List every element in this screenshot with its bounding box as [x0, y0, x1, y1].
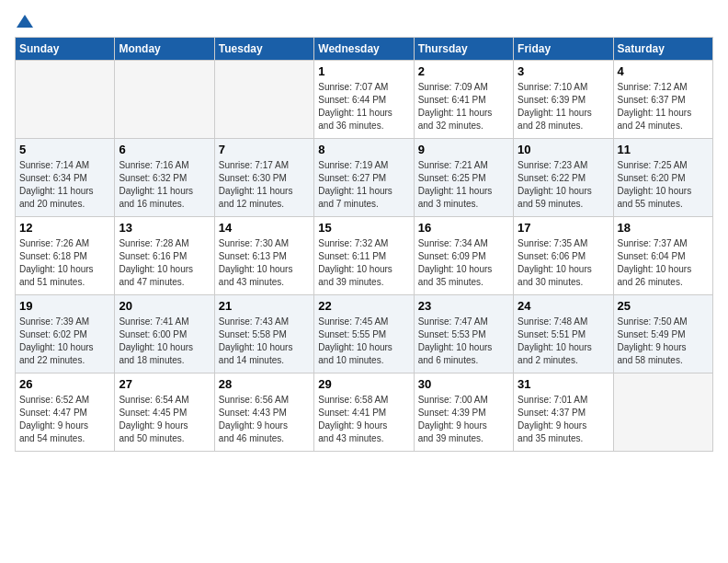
day-number: 20: [119, 299, 210, 313]
day-info: Sunrise: 7:17 AM Sunset: 6:30 PM Dayligh…: [219, 159, 310, 211]
day-number: 9: [418, 143, 509, 156]
column-header-thursday: Thursday: [414, 38, 513, 61]
calendar-cell: 2Sunrise: 7:09 AM Sunset: 6:41 PM Daylig…: [414, 61, 513, 139]
day-info: Sunrise: 7:14 AM Sunset: 6:34 PM Dayligh…: [19, 159, 110, 211]
week-row-5: 26Sunrise: 6:52 AM Sunset: 4:47 PM Dayli…: [16, 373, 713, 452]
day-number: 13: [119, 221, 210, 235]
calendar-cell: 19Sunrise: 7:39 AM Sunset: 6:02 PM Dayli…: [16, 295, 115, 373]
calendar-cell: 23Sunrise: 7:47 AM Sunset: 5:53 PM Dayli…: [414, 295, 513, 373]
calendar-cell: 27Sunrise: 6:54 AM Sunset: 4:45 PM Dayli…: [115, 373, 214, 452]
column-header-monday: Monday: [115, 38, 214, 61]
day-info: Sunrise: 7:39 AM Sunset: 6:02 PM Dayligh…: [19, 316, 110, 367]
day-info: Sunrise: 7:01 AM Sunset: 4:37 PM Dayligh…: [518, 394, 609, 445]
column-header-wednesday: Wednesday: [314, 38, 414, 61]
week-row-2: 5Sunrise: 7:14 AM Sunset: 6:34 PM Daylig…: [16, 139, 713, 217]
day-number: 6: [119, 143, 210, 156]
day-number: 5: [19, 143, 110, 156]
day-number: 25: [618, 299, 709, 313]
day-number: 31: [518, 377, 609, 391]
day-info: Sunrise: 7:21 AM Sunset: 6:25 PM Dayligh…: [418, 159, 509, 211]
calendar-cell: 25Sunrise: 7:50 AM Sunset: 5:49 PM Dayli…: [613, 295, 712, 373]
logo: [15, 15, 33, 29]
day-info: Sunrise: 7:32 AM Sunset: 6:11 PM Dayligh…: [318, 237, 409, 289]
calendar-cell: 4Sunrise: 7:12 AM Sunset: 6:37 PM Daylig…: [613, 61, 712, 139]
day-info: Sunrise: 6:58 AM Sunset: 4:41 PM Dayligh…: [318, 394, 409, 445]
day-number: 19: [19, 299, 110, 313]
calendar-cell: 29Sunrise: 6:58 AM Sunset: 4:41 PM Dayli…: [314, 373, 414, 452]
day-info: Sunrise: 7:34 AM Sunset: 6:09 PM Dayligh…: [418, 237, 509, 289]
calendar-cell: 9Sunrise: 7:21 AM Sunset: 6:25 PM Daylig…: [414, 139, 513, 217]
calendar-cell: 12Sunrise: 7:26 AM Sunset: 6:18 PM Dayli…: [16, 217, 115, 295]
calendar-cell: 6Sunrise: 7:16 AM Sunset: 6:32 PM Daylig…: [115, 139, 214, 217]
day-number: 28: [219, 377, 310, 391]
day-info: Sunrise: 7:41 AM Sunset: 6:00 PM Dayligh…: [119, 316, 210, 367]
column-header-tuesday: Tuesday: [214, 38, 313, 61]
calendar-cell: 3Sunrise: 7:10 AM Sunset: 6:39 PM Daylig…: [514, 61, 613, 139]
day-number: 11: [618, 143, 709, 156]
calendar-cell: 8Sunrise: 7:19 AM Sunset: 6:27 PM Daylig…: [314, 139, 414, 217]
calendar-cell: 30Sunrise: 7:00 AM Sunset: 4:39 PM Dayli…: [414, 373, 513, 452]
day-info: Sunrise: 7:28 AM Sunset: 6:16 PM Dayligh…: [119, 237, 210, 289]
week-row-1: 1Sunrise: 7:07 AM Sunset: 6:44 PM Daylig…: [16, 61, 713, 139]
day-info: Sunrise: 7:12 AM Sunset: 6:37 PM Dayligh…: [618, 81, 709, 132]
day-info: Sunrise: 7:43 AM Sunset: 5:58 PM Dayligh…: [219, 316, 310, 367]
day-number: 21: [219, 299, 310, 313]
week-row-4: 19Sunrise: 7:39 AM Sunset: 6:02 PM Dayli…: [16, 295, 713, 373]
day-info: Sunrise: 6:54 AM Sunset: 4:45 PM Dayligh…: [119, 394, 210, 445]
column-header-friday: Friday: [514, 38, 613, 61]
calendar-cell: 13Sunrise: 7:28 AM Sunset: 6:16 PM Dayli…: [115, 217, 214, 295]
day-info: Sunrise: 6:52 AM Sunset: 4:47 PM Dayligh…: [19, 394, 110, 445]
day-number: 16: [418, 221, 509, 235]
calendar-cell: 14Sunrise: 7:30 AM Sunset: 6:13 PM Dayli…: [214, 217, 313, 295]
day-info: Sunrise: 7:00 AM Sunset: 4:39 PM Dayligh…: [418, 394, 509, 445]
calendar-cell: 11Sunrise: 7:25 AM Sunset: 6:20 PM Dayli…: [613, 139, 712, 217]
day-info: Sunrise: 7:37 AM Sunset: 6:04 PM Dayligh…: [618, 237, 709, 289]
day-info: Sunrise: 7:16 AM Sunset: 6:32 PM Dayligh…: [119, 159, 210, 211]
day-number: 29: [318, 377, 409, 391]
day-info: Sunrise: 7:19 AM Sunset: 6:27 PM Dayligh…: [318, 159, 409, 211]
calendar-cell: 26Sunrise: 6:52 AM Sunset: 4:47 PM Dayli…: [16, 373, 115, 452]
day-number: 26: [19, 377, 110, 391]
calendar-cell: 16Sunrise: 7:34 AM Sunset: 6:09 PM Dayli…: [414, 217, 513, 295]
day-number: 8: [318, 143, 409, 156]
day-number: 10: [518, 143, 609, 156]
calendar-cell: 21Sunrise: 7:43 AM Sunset: 5:58 PM Dayli…: [214, 295, 313, 373]
day-info: Sunrise: 7:07 AM Sunset: 6:44 PM Dayligh…: [318, 81, 409, 132]
day-number: 17: [518, 221, 609, 235]
calendar-cell: 18Sunrise: 7:37 AM Sunset: 6:04 PM Dayli…: [613, 217, 712, 295]
calendar-cell: 1Sunrise: 7:07 AM Sunset: 6:44 PM Daylig…: [314, 61, 414, 139]
day-number: 27: [119, 377, 210, 391]
column-header-sunday: Sunday: [16, 38, 115, 61]
day-number: 1: [318, 64, 409, 78]
calendar-cell: 10Sunrise: 7:23 AM Sunset: 6:22 PM Dayli…: [514, 139, 613, 217]
calendar-cell: 5Sunrise: 7:14 AM Sunset: 6:34 PM Daylig…: [16, 139, 115, 217]
day-info: Sunrise: 7:26 AM Sunset: 6:18 PM Dayligh…: [19, 237, 110, 289]
day-number: 4: [618, 64, 709, 78]
calendar-cell: 20Sunrise: 7:41 AM Sunset: 6:00 PM Dayli…: [115, 295, 214, 373]
svg-marker-0: [17, 15, 33, 28]
day-number: 15: [318, 221, 409, 235]
logo-icon: [17, 13, 33, 29]
day-info: Sunrise: 7:09 AM Sunset: 6:41 PM Dayligh…: [418, 81, 509, 132]
day-number: 3: [518, 64, 609, 78]
calendar-body: 1Sunrise: 7:07 AM Sunset: 6:44 PM Daylig…: [16, 61, 713, 452]
calendar-cell: [214, 61, 313, 139]
day-info: Sunrise: 6:56 AM Sunset: 4:43 PM Dayligh…: [219, 394, 310, 445]
day-info: Sunrise: 7:35 AM Sunset: 6:06 PM Dayligh…: [518, 237, 609, 289]
calendar-cell: [115, 61, 214, 139]
day-number: 7: [219, 143, 310, 156]
calendar-cell: 31Sunrise: 7:01 AM Sunset: 4:37 PM Dayli…: [514, 373, 613, 452]
calendar-cell: 7Sunrise: 7:17 AM Sunset: 6:30 PM Daylig…: [214, 139, 313, 217]
calendar-header: SundayMondayTuesdayWednesdayThursdayFrid…: [16, 38, 713, 61]
day-number: 2: [418, 64, 509, 78]
week-row-3: 12Sunrise: 7:26 AM Sunset: 6:18 PM Dayli…: [16, 217, 713, 295]
column-header-saturday: Saturday: [613, 38, 712, 61]
calendar-cell: [613, 373, 712, 452]
calendar-cell: 22Sunrise: 7:45 AM Sunset: 5:55 PM Dayli…: [314, 295, 414, 373]
day-info: Sunrise: 7:48 AM Sunset: 5:51 PM Dayligh…: [518, 316, 609, 367]
calendar-cell: 15Sunrise: 7:32 AM Sunset: 6:11 PM Dayli…: [314, 217, 414, 295]
day-info: Sunrise: 7:47 AM Sunset: 5:53 PM Dayligh…: [418, 316, 509, 367]
page-header: [15, 15, 713, 29]
day-info: Sunrise: 7:30 AM Sunset: 6:13 PM Dayligh…: [219, 237, 310, 289]
calendar-cell: 24Sunrise: 7:48 AM Sunset: 5:51 PM Dayli…: [514, 295, 613, 373]
